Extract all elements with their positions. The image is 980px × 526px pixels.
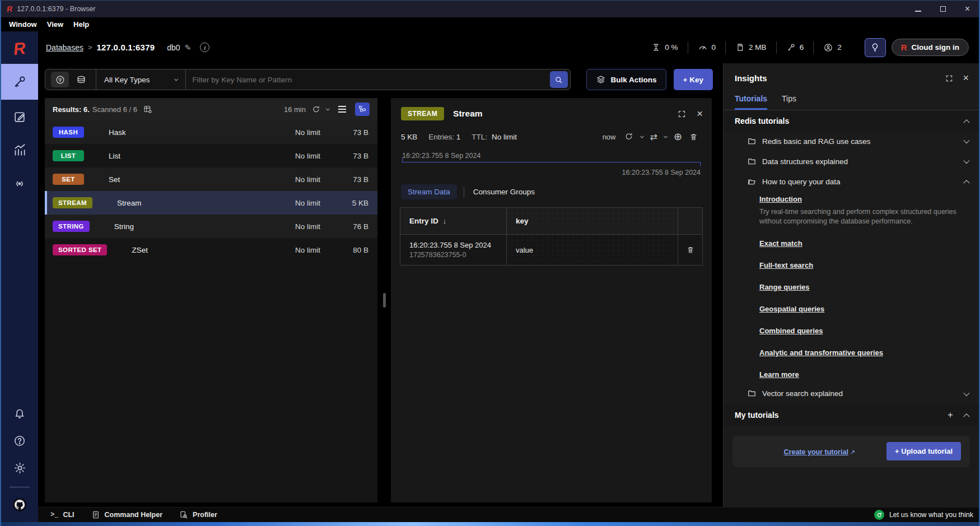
close-window-button[interactable]: × (965, 4, 970, 14)
scan-settings-icon[interactable] (143, 104, 153, 114)
key-row-set[interactable]: SET Set No limit 73 B (45, 167, 377, 191)
tutorial-folder-query-data[interactable]: How to query your data (724, 171, 979, 192)
chevron-down-icon[interactable] (326, 106, 330, 110)
entry-id: 1725783623755-0 (409, 251, 506, 259)
command-helper-button[interactable]: Command Helper (91, 510, 163, 519)
feedback-button[interactable]: Let us know what you think (874, 510, 973, 520)
refresh-icon[interactable] (311, 105, 321, 114)
expand-icon[interactable] (677, 109, 687, 119)
link-exact-match[interactable]: Exact match (759, 239, 802, 248)
command-helper-label: Command Helper (105, 511, 163, 519)
upload-tutorial-button[interactable]: + Upload tutorial (886, 442, 961, 460)
chevron-down-icon[interactable] (640, 134, 643, 138)
profiler-button[interactable]: Profiler (179, 510, 217, 519)
link-range-queries[interactable]: Range queries (759, 283, 810, 291)
link-geospatial-queries[interactable]: Geospatial queries (759, 305, 824, 313)
detail-key-name[interactable]: Stream (453, 109, 483, 119)
key-row-hash[interactable]: HASH Hask No limit 73 B (45, 120, 377, 144)
tab-tips[interactable]: Tips (782, 94, 796, 110)
column-key[interactable]: key (507, 208, 678, 234)
chevron-down-icon[interactable] (664, 134, 668, 138)
search-button[interactable] (550, 71, 568, 88)
delete-entry-icon[interactable] (686, 245, 695, 254)
bulk-actions-button[interactable]: Bulk Actions (586, 69, 666, 90)
tab-tutorials[interactable]: Tutorials (735, 94, 767, 110)
link-introduction[interactable]: Introduction (759, 195, 802, 203)
redisearch-mode-button[interactable] (72, 72, 90, 87)
key-ttl: No limit (259, 246, 320, 254)
sidebar-item-workbench[interactable] (1, 100, 38, 133)
stream-entries-table: Entry ID ↓ key (400, 207, 703, 266)
pubsub-icon (12, 176, 27, 191)
gauge-icon (698, 43, 708, 53)
key-type-dropdown[interactable]: All Key Types (96, 69, 186, 90)
stream-range-now: now (603, 133, 616, 141)
link-full-text-search[interactable]: Full-text search (759, 261, 813, 269)
sidebar-item-pubsub[interactable] (1, 167, 38, 201)
timeline-line[interactable] (402, 162, 701, 167)
column-entry-id[interactable]: Entry ID ↓ (400, 208, 507, 234)
key-row-zset[interactable]: SORTED SET ZSet No limit 80 B (45, 238, 377, 262)
stream-entry-row[interactable]: 16:20:23.755 8 Sep 2024 1725783623755-0 … (400, 235, 702, 265)
breadcrumb-databases[interactable]: Databases (46, 43, 83, 52)
info-icon[interactable]: i (200, 43, 209, 52)
tutorial-folder-data-structures[interactable]: Data structures explained (724, 151, 979, 171)
add-tutorial-icon[interactable]: + (948, 409, 953, 421)
key-row-list[interactable]: LIST List No limit 73 B (45, 144, 377, 167)
breadcrumb-separator: > (88, 43, 92, 52)
chevron-down-icon (963, 137, 969, 143)
sidebar-item-browser[interactable] (1, 64, 38, 100)
settings-button[interactable] (1, 454, 38, 481)
link-combined-queries[interactable]: Combined queries (759, 327, 823, 335)
entries-value: 1 (456, 133, 461, 141)
link-learn-more[interactable]: Learn more (759, 370, 799, 379)
sidebar-item-analytics[interactable] (1, 133, 38, 167)
chevron-down-icon (963, 157, 969, 164)
edit-db-icon[interactable]: ✎ (185, 43, 192, 52)
key-icon (786, 43, 796, 52)
create-tutorial-link[interactable]: Create your tutorial (784, 448, 848, 456)
tab-consumer-groups[interactable]: Consumer Groups (471, 184, 537, 199)
expand-icon[interactable] (945, 72, 954, 84)
filter-mode-button[interactable] (51, 72, 69, 87)
menu-window[interactable]: Window (4, 19, 41, 30)
user-icon (823, 43, 833, 53)
section-redis-tutorials[interactable]: Redis tutorials (724, 110, 979, 131)
redis-logo-icon: R (12, 39, 26, 59)
stack-icon (76, 74, 87, 85)
notifications-button[interactable] (1, 401, 38, 427)
section-label: My tutorials (735, 411, 779, 420)
ttl-value[interactable]: No limit (492, 133, 517, 141)
menu-help[interactable]: Help (69, 19, 94, 30)
github-button[interactable] (12, 497, 27, 514)
minimize-button[interactable] (915, 5, 921, 13)
tutorial-folder-vector-search[interactable]: Vector search explained (724, 384, 979, 404)
key-size: 73 B (320, 175, 368, 184)
tab-stream-data[interactable]: Stream Data (401, 184, 457, 199)
section-my-tutorials[interactable]: My tutorials + (724, 405, 979, 426)
panel-resize-handle[interactable] (383, 293, 386, 308)
add-key-button[interactable]: + Key (674, 69, 713, 90)
add-entry-icon[interactable]: ⊕ (674, 131, 682, 143)
key-row-string[interactable]: STRING String No limit 76 B (45, 215, 377, 238)
key-row-stream-selected[interactable]: STREAM Stream No limit 5 KB (45, 191, 377, 215)
key-filter-input[interactable] (186, 69, 550, 90)
cloud-sign-in-button[interactable]: R Cloud sign in (892, 39, 969, 56)
cli-button[interactable]: >_ CLI (50, 511, 74, 519)
list-view-button[interactable] (335, 103, 349, 116)
tree-view-button[interactable] (355, 103, 370, 116)
tutorial-folder-rag[interactable]: Redis basic and RAG use cases (724, 131, 979, 151)
maximize-button[interactable] (940, 5, 946, 13)
refresh-icon[interactable] (624, 132, 634, 142)
delete-key-icon[interactable] (689, 132, 698, 142)
help-button[interactable] (1, 427, 38, 454)
folder-label: How to query your data (762, 178, 841, 186)
menu-view[interactable]: View (43, 19, 68, 30)
link-analytic-queries[interactable]: Analytic and transformative queries (759, 348, 883, 357)
document-icon (91, 510, 100, 519)
swap-columns-icon[interactable]: ⇄ (650, 132, 657, 142)
close-icon[interactable]: × (963, 72, 969, 84)
timeline-end-label: 16:20:23.755 8 Sep 2024 (402, 169, 701, 176)
close-icon[interactable]: × (697, 108, 703, 120)
insights-trigger-button[interactable] (865, 38, 886, 57)
